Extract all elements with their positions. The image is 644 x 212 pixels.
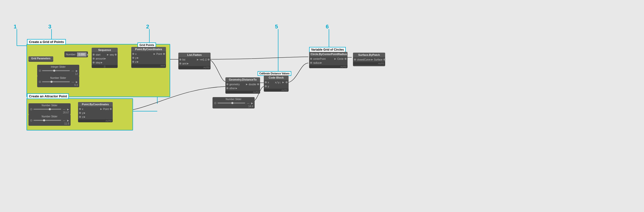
pbc2-row-x: x ▶ Point bbox=[78, 107, 113, 111]
pbc1-footer: XXX bbox=[131, 64, 166, 67]
surface-by-patch-node[interactable]: Surface.ByPatch closedCurve ▶ Surface AU… bbox=[353, 53, 385, 66]
lf-output-label: var[]..[] bbox=[200, 58, 206, 61]
sequence-step-arrow: ▶ bbox=[101, 61, 102, 64]
list-flatten-header: List.Flatten bbox=[178, 53, 210, 57]
lf-list-label: list bbox=[182, 58, 196, 61]
circle-header: Circle.ByCenterPointRadius bbox=[309, 52, 348, 56]
code-block-row-x: x x/y; ▶ bbox=[264, 80, 288, 84]
grid-params-label: Grid Parameters bbox=[28, 56, 53, 61]
geo-distance-header: Geometry.DistanceTo bbox=[226, 77, 260, 82]
number-slider2-icon: ⊙ bbox=[214, 101, 216, 105]
geo-port-other bbox=[226, 87, 228, 89]
number-value[interactable]: 0.000 bbox=[77, 52, 86, 57]
number-slider3-thumb[interactable] bbox=[49, 108, 51, 110]
variable-grid-text: Variable Grid of Circles bbox=[311, 48, 344, 51]
point-by-coords2-node[interactable]: Point.ByCoordinates x ▶ Point y ▶ z ▶ AU… bbox=[78, 102, 113, 121]
number-slider1-thumb[interactable] bbox=[50, 81, 52, 83]
sequence-amount-arrow: ▶ bbox=[104, 57, 106, 60]
pbc1-header: Point.ByCoordinates bbox=[131, 47, 166, 51]
surface-output-label: Surface bbox=[374, 58, 382, 61]
sequence-row-start: start ▶ seq bbox=[92, 53, 118, 57]
number-slider1-node[interactable]: Number Slider ⊙ — ▶ 9.3 bbox=[37, 76, 79, 87]
pbc1-row-y: y ▶ bbox=[131, 56, 166, 60]
sequence-header: Sequence bbox=[92, 48, 118, 52]
pbc2-output-label: Point bbox=[103, 108, 109, 110]
integer-slider-bar[interactable] bbox=[42, 70, 70, 71]
number-arrow: ▶ bbox=[86, 53, 90, 56]
cb-port-y bbox=[265, 85, 267, 87]
pbc1-z-label: z bbox=[135, 61, 136, 63]
geo-row-geometry: geometry ▶ double bbox=[226, 82, 260, 86]
number-slider4-bar[interactable] bbox=[34, 120, 61, 121]
number-slider3-bar[interactable] bbox=[34, 109, 61, 110]
sequence-port-amount bbox=[93, 58, 94, 60]
surface-footer: AUTO bbox=[353, 62, 385, 65]
code-block-row-y: y bbox=[264, 84, 288, 88]
pbc2-row-y: y ▶ bbox=[78, 111, 113, 115]
lf-amt-label: amt bbox=[182, 62, 186, 65]
geo-distance-node[interactable]: Geometry.DistanceTo geometry ▶ double ot… bbox=[226, 77, 260, 93]
geo-distance-footer: AUTO bbox=[226, 91, 260, 94]
number-slider1-bar[interactable] bbox=[42, 81, 70, 82]
point-by-coords1-node[interactable]: Point.ByCoordinates x ▶ Point y ▶ z ▶ XX… bbox=[131, 47, 166, 68]
integer-slider-arrow: ▶ bbox=[76, 69, 78, 72]
geo-output-label: double bbox=[249, 83, 256, 86]
circle-by-center-node[interactable]: Circle.ByCenterPointRadius centerPoint ▶… bbox=[309, 52, 348, 68]
number-slider2-thumb[interactable] bbox=[231, 102, 233, 104]
list-flatten-row-list: list ▶ var[]..[] bbox=[178, 58, 210, 62]
integer-slider-thumb[interactable] bbox=[53, 70, 55, 72]
pbc2-y-label: y bbox=[82, 112, 83, 114]
number-slider4-arrow: ▶ bbox=[67, 119, 69, 122]
sequence-row-amount: amount ▶ bbox=[92, 57, 118, 61]
geo-geometry-label: geometry bbox=[229, 83, 246, 86]
circle-row-center: centerPoint ▶ Circle bbox=[309, 57, 348, 61]
circle-port-radius bbox=[310, 62, 312, 64]
number-slider3-min: — bbox=[63, 108, 66, 111]
pbc2-row-z: z ▶ bbox=[78, 115, 113, 119]
pbc2-x-label: x bbox=[82, 108, 100, 110]
step-2: 2 bbox=[146, 23, 149, 30]
number-slider4-value: 11.5 bbox=[64, 122, 69, 125]
number-slider4-icon: ⊙ bbox=[30, 119, 32, 122]
lf-port-amt bbox=[179, 63, 181, 65]
cb-x-label: x bbox=[268, 81, 275, 84]
lf-port-list bbox=[179, 59, 181, 61]
integer-slider-min: — bbox=[72, 69, 74, 72]
surface-curve-label: closedCurve bbox=[357, 58, 371, 61]
sequence-node[interactable]: Sequence start ▶ seq amount ▶ step ▶ ||| bbox=[92, 48, 118, 67]
pbc1-port-z bbox=[132, 61, 134, 63]
integer-slider-label: Integer Slider bbox=[39, 66, 78, 68]
sequence-footer: ||| bbox=[92, 65, 118, 68]
list-flatten-row-amt: amt ▶ bbox=[178, 62, 210, 66]
geo-port-geometry bbox=[226, 83, 228, 85]
code-block-node[interactable]: Code Block x x/y; ▶ y AUTO bbox=[264, 75, 288, 90]
number-slider2-bar[interactable] bbox=[218, 103, 245, 104]
number-slider4-thumb[interactable] bbox=[43, 119, 45, 121]
sequence-port-step bbox=[93, 62, 94, 64]
pbc1-y-label: y bbox=[135, 57, 136, 59]
list-flatten-footer: AUTO bbox=[178, 66, 210, 69]
pbc2-port-out bbox=[110, 108, 112, 110]
number-slider1-icon: ⊙ bbox=[39, 80, 41, 84]
surface-port-out bbox=[384, 59, 386, 61]
geo-port-out bbox=[257, 83, 259, 85]
pbc1-port-out bbox=[163, 53, 165, 55]
step-6: 6 bbox=[326, 23, 329, 30]
number-slider4-node[interactable]: Number Slider ⊙ — ▶ 11.5 bbox=[28, 114, 70, 126]
variable-grid-label-box: Variable Grid of Circles bbox=[309, 47, 346, 52]
number-slider3-arrow: ▶ bbox=[67, 108, 69, 111]
sequence-port-start bbox=[93, 54, 94, 56]
sequence-start-arrow: ▶ bbox=[107, 53, 109, 56]
circle-port-center bbox=[310, 58, 312, 60]
number-slider3-node[interactable]: Number Slider ⊙ — ▶ 28.67 bbox=[28, 103, 70, 115]
step-1: 1 bbox=[14, 23, 16, 30]
cb-port-out bbox=[286, 81, 288, 83]
number-slider2-node[interactable]: Number Slider ⊙ — ▶ 14.4 bbox=[212, 97, 255, 108]
number-node[interactable]: Number 0.000 ▶ bbox=[64, 51, 88, 57]
list-flatten-node[interactable]: List.Flatten list ▶ var[]..[] amt ▶ AUTO bbox=[178, 53, 210, 69]
integer-slider-node[interactable]: Integer Slider ⊙ — ▶ 12 bbox=[37, 65, 79, 76]
geo-row-other: other ▶ bbox=[226, 86, 260, 90]
grid-params-node[interactable]: Grid Parameters bbox=[28, 56, 53, 62]
circle-center-label: centerPoint bbox=[313, 58, 334, 60]
pbc2-z-label: z bbox=[82, 116, 83, 118]
